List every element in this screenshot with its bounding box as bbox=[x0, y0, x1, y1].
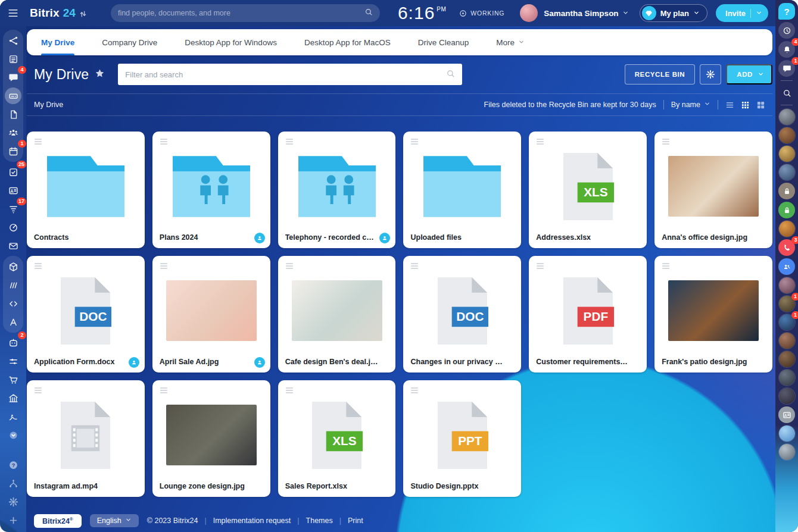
sidebar-item-company[interactable] bbox=[5, 390, 21, 406]
invite-button[interactable]: Invite bbox=[716, 4, 768, 22]
favorite-star-icon[interactable] bbox=[95, 68, 105, 81]
recent-chat-avatar[interactable] bbox=[779, 146, 795, 162]
implementation-request-link[interactable]: Implementation request bbox=[213, 517, 291, 525]
recent-chat-avatar[interactable]: 1 bbox=[779, 314, 795, 330]
global-search-input[interactable] bbox=[118, 9, 364, 17]
my-plan-button[interactable]: My plan bbox=[640, 4, 707, 22]
list-view-button[interactable] bbox=[725, 101, 734, 109]
recent-chat-avatar[interactable] bbox=[779, 164, 795, 180]
sidebar-item-marketing[interactable] bbox=[5, 219, 21, 236]
sidebar-item-mail[interactable] bbox=[5, 237, 21, 254]
global-search[interactable] bbox=[111, 4, 380, 22]
file-card-changes-in-our-privacy-policy-docx[interactable]: DOCChanges in our privacy policy.docx bbox=[403, 256, 521, 373]
file-card-anna-s-office-design-jpg[interactable]: Anna's office design.jpg bbox=[654, 132, 772, 248]
sidebar-item-structure[interactable] bbox=[5, 475, 21, 492]
file-card-customer-requirements-pdf[interactable]: PDFCustomer requirements.pdf bbox=[529, 256, 647, 373]
panel-history[interactable] bbox=[778, 22, 795, 39]
sidebar-item-sales-funnel[interactable]: 17 bbox=[5, 201, 21, 217]
sidebar-item-messenger[interactable]: 4 bbox=[5, 69, 21, 86]
sidebar-item-copilot[interactable]: 2 bbox=[5, 334, 21, 351]
panel-notifications[interactable]: 4 bbox=[778, 41, 795, 58]
filter-search[interactable] bbox=[118, 64, 462, 85]
sidebar-item-store[interactable] bbox=[5, 371, 21, 388]
recent-chat-avatar[interactable] bbox=[779, 109, 795, 125]
file-card-sales-report-xlsx[interactable]: XLSSales Report.xlsx bbox=[278, 380, 396, 497]
sort-dropdown[interactable]: By name bbox=[671, 101, 710, 109]
panel-messenger[interactable]: 1 bbox=[778, 60, 795, 77]
file-card-cafe-design-ben-s-deal-jpg[interactable]: Cafe design Ben's deal.jpg bbox=[278, 256, 396, 373]
tab-my-drive[interactable]: My Drive bbox=[41, 29, 74, 55]
small-tiles-view-button[interactable] bbox=[741, 101, 750, 109]
panel-phone[interactable]: 3 bbox=[778, 239, 795, 256]
file-card-lounge-zone-design-jpg[interactable]: Lounge zone design.jpg bbox=[152, 380, 270, 497]
sidebar-item-workflows[interactable] bbox=[5, 353, 21, 370]
file-card-instagram-ad-mp4[interactable]: Instagram ad.mp4 bbox=[27, 380, 145, 497]
settings-button[interactable] bbox=[700, 64, 721, 85]
panel-helpdesk[interactable]: ? bbox=[778, 3, 795, 20]
sidebar-item-collapse[interactable] bbox=[5, 427, 21, 443]
recent-chat-avatar[interactable] bbox=[779, 333, 795, 349]
recent-chat-avatar[interactable] bbox=[779, 388, 795, 404]
file-card-addresses-xlsx[interactable]: XLSAddresses.xlsx bbox=[529, 132, 647, 248]
sidebar-item-developer[interactable] bbox=[5, 295, 21, 312]
file-card-uploaded-files[interactable]: Uploaded files bbox=[403, 132, 521, 248]
large-tiles-view-button[interactable] bbox=[756, 101, 765, 109]
file-card-contracts[interactable]: Contracts bbox=[27, 132, 145, 248]
sidebar-item-sign[interactable] bbox=[5, 408, 21, 425]
recent-chat-avatar[interactable]: 1 bbox=[779, 296, 795, 312]
hamburger-menu-button[interactable] bbox=[0, 0, 26, 26]
notification-badge: 1 bbox=[791, 293, 798, 301]
sidebar-item-market[interactable] bbox=[5, 277, 21, 293]
recent-chat-avatar[interactable] bbox=[779, 370, 795, 386]
panel-groupchat[interactable] bbox=[778, 258, 795, 275]
tab-drive-cleanup[interactable]: Drive Cleanup bbox=[418, 29, 469, 55]
recent-chat-avatar[interactable] bbox=[779, 425, 795, 442]
file-card-studio-design-pptx[interactable]: PPTStudio Design.pptx bbox=[403, 380, 521, 497]
themes-link[interactable]: Themes bbox=[306, 517, 333, 525]
sidebar-item-network[interactable] bbox=[5, 32, 21, 49]
file-card-plans-2024[interactable]: Plans 2024 bbox=[152, 132, 270, 248]
recent-chat-avatar[interactable] bbox=[779, 351, 795, 367]
recent-chat-avatar[interactable] bbox=[779, 444, 795, 460]
language-selector[interactable]: English bbox=[90, 514, 139, 527]
file-card-telephony-recorded-calls[interactable]: Telephony - recorded calls bbox=[278, 132, 396, 248]
user-avatar[interactable] bbox=[520, 4, 538, 22]
file-card-april-sale-ad-jpg[interactable]: April Sale Ad.jpg bbox=[152, 256, 270, 373]
footer-brand-button[interactable]: Bitrix24® bbox=[34, 514, 82, 528]
sidebar-item-automation[interactable] bbox=[5, 314, 21, 330]
panel-idcard[interactable] bbox=[778, 406, 795, 423]
print-link[interactable]: Print bbox=[348, 517, 363, 525]
sidebar-item-help[interactable]: ? bbox=[5, 456, 21, 473]
file-card-frank-s-patio-design-jpg[interactable]: Frank's patio design.jpg bbox=[654, 256, 772, 373]
sidebar-item-settings[interactable] bbox=[5, 493, 21, 510]
tab-desktop-app-for-macos[interactable]: Desktop App for MacOS bbox=[304, 29, 391, 55]
sidebar-item-crm[interactable] bbox=[5, 182, 21, 199]
recent-chat-avatar[interactable] bbox=[779, 277, 795, 293]
filter-search-input[interactable] bbox=[125, 70, 446, 79]
sidebar-item-drive[interactable] bbox=[5, 87, 21, 104]
sidebar-item-add[interactable] bbox=[5, 512, 21, 528]
panel-lock-11[interactable] bbox=[778, 183, 795, 199]
sidebar-item-tasks[interactable]: 25 bbox=[5, 164, 21, 180]
sidebar-item-groups[interactable] bbox=[5, 124, 21, 141]
recent-chat-avatar[interactable] bbox=[779, 127, 795, 143]
recycle-bin-button[interactable]: RECYCLE BIN bbox=[625, 64, 696, 85]
tab-more[interactable]: More bbox=[496, 29, 525, 55]
brand-logo[interactable]: Bitrix24 bbox=[30, 7, 87, 20]
breadcrumb[interactable]: My Drive bbox=[34, 101, 63, 109]
user-name[interactable]: Samantha Simpson bbox=[544, 9, 618, 18]
tab-desktop-app-for-windows[interactable]: Desktop App for Windows bbox=[185, 29, 277, 55]
work-clock[interactable]: 6:16 PM bbox=[398, 4, 446, 22]
sidebar-item-calendar[interactable]: 1 bbox=[5, 143, 21, 159]
add-button[interactable]: ADD bbox=[726, 64, 772, 85]
panel-lock-12[interactable] bbox=[778, 202, 795, 218]
panel-search[interactable] bbox=[778, 85, 795, 101]
sidebar-item-feed[interactable] bbox=[5, 51, 21, 67]
sidebar-item-documents[interactable] bbox=[5, 106, 21, 123]
working-status[interactable]: WORKING bbox=[459, 10, 504, 17]
sidebar-item-sites[interactable] bbox=[5, 258, 21, 275]
recent-chat-avatar[interactable] bbox=[779, 221, 795, 237]
file-card-application-form-docx[interactable]: DOCApplication Form.docx bbox=[27, 256, 145, 373]
sales-funnel-icon bbox=[8, 204, 18, 214]
tab-company-drive[interactable]: Company Drive bbox=[102, 29, 157, 55]
